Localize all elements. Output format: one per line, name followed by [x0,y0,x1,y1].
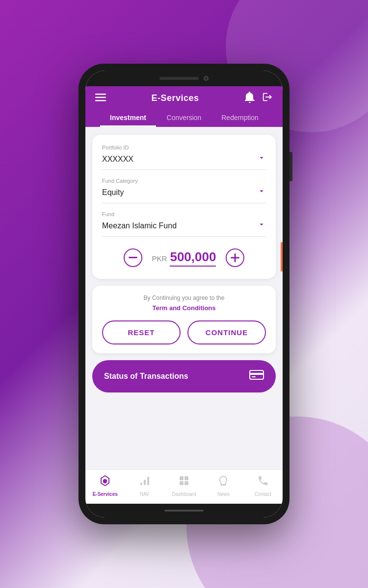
fund-select[interactable]: Meezan Islamic Fund [102,220,266,237]
nav-icon-nav [139,475,151,490]
svg-rect-10 [144,480,146,485]
phone-home-bar [164,510,204,512]
amount-display: PKR 500,000 [152,249,216,267]
main-content: Portfolio ID XXXXXX Fund Category Equity [85,127,283,469]
agreement-card: By Continuing you agree to the Term and … [92,286,276,353]
fund-category-chevron-icon [257,187,266,198]
phone-speaker [159,77,199,80]
portfolio-select[interactable]: XXXXXX [102,153,266,170]
eservices-icon [99,475,111,490]
svg-rect-12 [180,476,184,480]
phone-side-button [289,152,292,181]
svg-rect-2 [95,100,106,101]
fund-chevron-icon [257,220,266,231]
fund-label: Fund [102,211,266,217]
tab-redemption[interactable]: Redemption [212,109,268,127]
svg-rect-11 [147,477,149,485]
terms-link[interactable]: Term and Conditions [102,304,266,312]
amount-row: PKR 500,000 [102,241,266,269]
nav-item-news[interactable]: News [204,475,243,497]
investment-form-card: Portfolio ID XXXXXX Fund Category Equity [92,135,276,279]
status-transactions-button[interactable]: Status of Transactions [92,360,276,392]
nav-label-nav: NAV [140,491,150,497]
svg-rect-8 [252,376,256,377]
fund-value: Meezan Islamic Fund [102,221,177,230]
svg-rect-3 [129,257,137,258]
contact-icon [257,475,269,490]
svg-rect-13 [184,476,188,480]
svg-rect-0 [95,94,106,95]
app-header: E-Services Inve [85,86,283,127]
nav-label-news: News [217,491,230,497]
fund-category-select[interactable]: Equity [102,187,266,203]
menu-icon[interactable] [95,93,106,104]
currency-label: PKR [152,254,167,263]
header-right-icons [244,91,273,105]
bottom-nav: E-Services NAV [85,469,283,504]
nav-item-dashboard[interactable]: Dashboard [164,475,204,497]
portfolio-chevron-icon [257,153,266,165]
tab-bar: Investment Conversion Redemption [95,109,273,127]
app-title: E-Services [151,93,199,103]
phone-camera [204,76,209,81]
phone-screen: E-Services Inve [85,71,283,517]
reset-button[interactable]: RESET [102,320,181,344]
continue-button[interactable]: CONTINUE [187,320,266,344]
notification-icon[interactable] [244,91,255,105]
buttons-row: RESET CONTINUE [102,320,266,344]
svg-rect-9 [140,483,142,485]
nav-label-contact: Contact [255,491,271,497]
tab-conversion[interactable]: Conversion [156,109,212,127]
nav-item-eservices[interactable]: E-Services [85,475,125,497]
nav-label-dashboard: Dashboard [172,491,196,497]
orange-accent [281,242,283,271]
svg-rect-14 [180,481,184,485]
decrement-button[interactable] [124,248,142,267]
news-icon [217,475,229,490]
svg-rect-5 [231,257,239,259]
amount-value[interactable]: 500,000 [170,249,216,267]
portfolio-label: Portfolio ID [102,145,266,150]
logout-icon[interactable] [262,92,273,104]
nav-item-nav[interactable]: NAV [125,475,164,497]
phone-top-bar [85,71,283,86]
dashboard-icon [178,475,190,490]
fund-category-value: Equity [102,188,124,197]
svg-rect-1 [95,97,106,98]
agreement-text: By Continuing you agree to the [102,294,266,301]
svg-rect-7 [250,373,263,375]
status-btn-icon [249,369,264,384]
phone-bottom-bar [85,504,283,517]
tab-investment[interactable]: Investment [100,109,156,127]
nav-item-contact[interactable]: Contact [243,475,283,497]
portfolio-value: XXXXXX [102,155,133,164]
phone-shell: E-Services Inve [79,64,289,524]
increment-button[interactable] [226,248,244,267]
status-btn-label: Status of Transactions [104,372,188,381]
fund-category-label: Fund Category [102,178,266,184]
svg-rect-15 [184,481,188,485]
nav-label-eservices: E-Services [93,491,118,497]
